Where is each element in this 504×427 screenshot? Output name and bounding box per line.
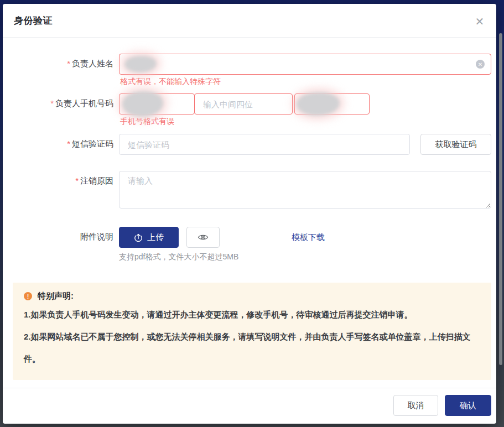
- template-download-link[interactable]: 模板下载: [292, 232, 325, 243]
- statement-item-1: 1.如果负责人手机号码发生变动，请通过开办主体变更流程，修改手机号，待审核通过后…: [24, 304, 480, 326]
- warning-info-icon: !: [24, 292, 32, 300]
- close-icon[interactable]: ✕: [472, 14, 487, 29]
- sms-code-input[interactable]: [119, 134, 410, 155]
- dialog-header: 身份验证 ✕: [3, 4, 496, 38]
- required-asterisk: *: [75, 176, 79, 185]
- eye-icon: [198, 233, 209, 242]
- field-row-attachment: 附件说明 上传: [14, 227, 491, 262]
- special-statement-title: 特别声明:: [38, 291, 74, 301]
- field-row-cancel-reason: *注销原因: [14, 171, 491, 211]
- upload-icon: [134, 233, 143, 242]
- cancel-reason-textarea[interactable]: [119, 171, 491, 209]
- confirm-button[interactable]: 确认: [445, 395, 491, 416]
- field-row-responsible-name: *负责人姓名 ✕ 格式有误，不能输入特殊字符: [14, 54, 491, 87]
- attachment-label: 附件说明: [14, 227, 113, 242]
- dialog-footer: 取消 确认: [3, 388, 496, 424]
- upload-hint-text: 支持pdf格式，文件大小不超过5MB: [119, 252, 491, 262]
- phone-prefix-input[interactable]: [119, 93, 195, 114]
- required-asterisk: *: [67, 59, 70, 68]
- upload-button[interactable]: 上传: [119, 227, 179, 248]
- name-error-text: 格式有误，不能输入特殊字符: [120, 77, 491, 87]
- special-statement-box: ! 特别声明: 1.如果负责人手机号码发生变动，请通过开办主体变更流程，修改手机…: [13, 283, 491, 380]
- statement-item-2: 2.如果网站域名已不属于您控制，或您无法关停相关服务，请填写说明文件，并由负责人…: [24, 326, 480, 370]
- dialog-title: 身份验证: [14, 14, 53, 27]
- cancel-button[interactable]: 取消: [393, 395, 438, 416]
- phone-error-text: 手机号格式有误: [120, 117, 491, 127]
- identity-verification-dialog: 身份验证 ✕ *负责人姓名 ✕ 格式有误，不能输入特殊字符 *负责人手机号码: [3, 4, 496, 424]
- responsible-name-label: *负责人姓名: [14, 54, 113, 69]
- preview-button[interactable]: [186, 227, 220, 248]
- sms-code-label: *短信验证码: [14, 134, 113, 149]
- page-scrollbar: [499, 33, 502, 365]
- phone-label: *负责人手机号码: [14, 93, 113, 109]
- required-asterisk: *: [50, 98, 54, 108]
- cancel-reason-label: *注销原因: [14, 171, 113, 186]
- clear-input-icon[interactable]: ✕: [476, 60, 485, 69]
- dialog-body: *负责人姓名 ✕ 格式有误，不能输入特殊字符 *负责人手机号码: [3, 38, 496, 388]
- get-sms-code-button[interactable]: 获取验证码: [420, 134, 491, 155]
- upload-button-label: 上传: [147, 232, 164, 243]
- phone-suffix-input[interactable]: [294, 93, 370, 114]
- responsible-name-input[interactable]: [119, 54, 491, 75]
- field-row-sms-code: *短信验证码 获取验证码: [14, 134, 491, 155]
- required-asterisk: *: [67, 139, 70, 148]
- phone-middle-input[interactable]: [194, 93, 293, 114]
- field-row-phone: *负责人手机号码 手机号格式有误: [14, 93, 491, 127]
